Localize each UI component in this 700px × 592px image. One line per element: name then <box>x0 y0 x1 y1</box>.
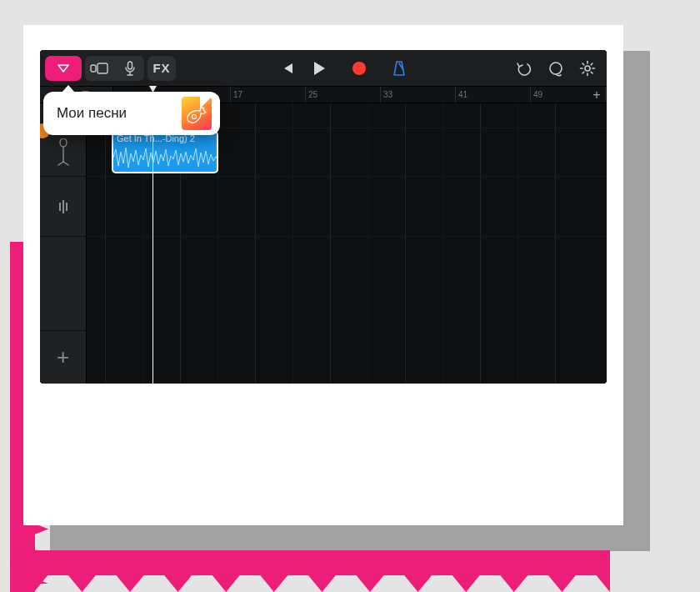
record-button[interactable] <box>345 56 373 81</box>
tracks-view-icon <box>90 63 108 74</box>
ruler-tick: 33 <box>380 87 392 103</box>
app-window: FX <box>40 50 607 384</box>
popover-label: Мои песни <box>57 105 173 122</box>
mic-button[interactable] <box>116 56 144 81</box>
metronome-button[interactable] <box>385 56 413 81</box>
svg-rect-1 <box>98 63 108 73</box>
my-songs-popover[interactable]: Мои песни <box>43 92 220 135</box>
gear-icon <box>579 60 596 77</box>
ruler-tick: 49 <box>530 87 542 103</box>
svg-point-14 <box>60 138 67 147</box>
triangle-down-icon <box>57 63 70 73</box>
ruler-tick: 5 <box>605 87 607 103</box>
garageband-file-icon <box>182 97 212 130</box>
mic-icon <box>124 61 136 76</box>
svg-rect-2 <box>128 62 132 69</box>
svg-line-12 <box>582 72 584 73</box>
tracks-area: + Get I <box>40 103 607 384</box>
svg-point-5 <box>585 66 590 71</box>
ruler-tick: 17 <box>230 87 242 103</box>
timeline[interactable]: Get In Th...-Ding) 2 <box>87 103 607 384</box>
skip-back-icon <box>280 62 295 75</box>
add-track-button[interactable]: + <box>40 330 86 384</box>
plus-icon: + <box>57 344 69 370</box>
fx-button[interactable]: FX <box>148 56 176 81</box>
track-lane[interactable] <box>87 177 607 237</box>
toolbar: FX <box>40 50 607 87</box>
track-header-eq[interactable] <box>40 177 86 237</box>
play-button[interactable] <box>305 56 333 81</box>
loop-icon <box>548 60 564 77</box>
loop-button[interactable] <box>542 56 570 81</box>
tracks-view-button[interactable] <box>85 56 113 81</box>
track-lane[interactable]: Get In Th...-Ding) 2 <box>87 128 607 177</box>
add-section-button[interactable]: + <box>587 88 607 103</box>
go-to-start-button[interactable] <box>273 56 302 81</box>
audio-clip[interactable]: Get In Th...-Ding) 2 <box>112 131 218 173</box>
metronome-icon <box>392 60 407 77</box>
record-icon <box>352 62 366 75</box>
svg-line-10 <box>582 63 584 65</box>
svg-point-16 <box>192 115 197 119</box>
svg-rect-0 <box>91 65 96 72</box>
fx-label: FX <box>152 61 170 75</box>
my-songs-button[interactable] <box>45 56 82 81</box>
svg-line-13 <box>591 63 592 65</box>
svg-line-11 <box>591 72 592 73</box>
eq-icon <box>59 200 68 213</box>
mic-stand-icon <box>56 138 71 167</box>
ruler-tick: 41 <box>455 87 468 103</box>
undo-button[interactable] <box>510 56 538 81</box>
play-icon <box>312 61 326 76</box>
card: FX <box>23 25 623 525</box>
settings-button[interactable] <box>573 56 602 81</box>
svg-point-4 <box>550 63 562 74</box>
undo-icon <box>516 61 532 76</box>
track-headers: + <box>40 103 87 384</box>
view-mode-group <box>85 56 144 81</box>
waveform-icon <box>113 145 218 170</box>
ruler-tick: 25 <box>305 87 318 103</box>
